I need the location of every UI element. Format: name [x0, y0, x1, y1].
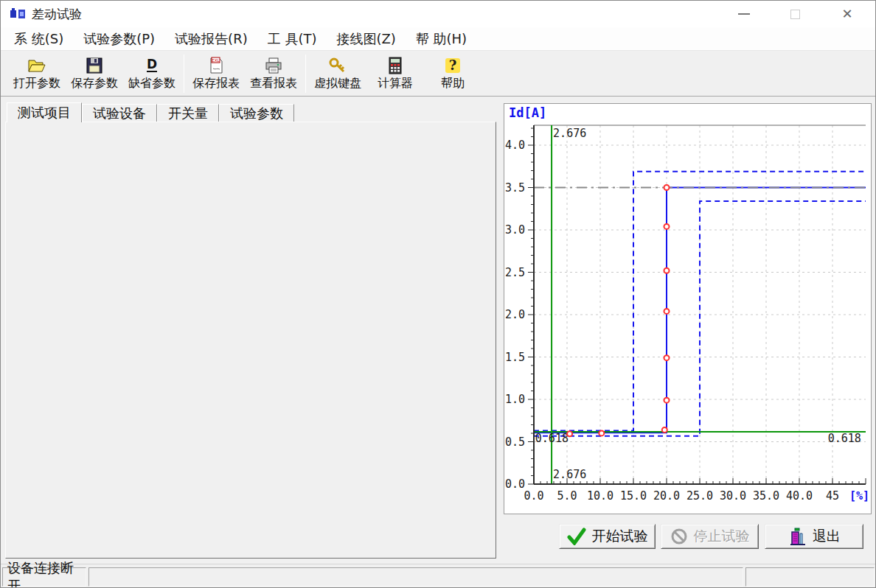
toolbar-button-label: 打开参数 — [13, 76, 60, 91]
differential-characteristic-chart: 0.05.010.015.020.025.030.035.040.0450.00… — [504, 104, 871, 514]
printer-icon — [264, 56, 283, 75]
test-point-marker — [599, 430, 604, 435]
chart-text: 35.0 — [753, 489, 779, 503]
chart-text: [%] — [849, 489, 869, 503]
check-icon — [567, 528, 586, 545]
toolbar-button-3[interactable]: D缺省参数 — [123, 52, 181, 95]
toolbar-button-label: 缺省参数 — [128, 76, 175, 91]
close-button[interactable]: ✕ — [830, 1, 864, 27]
menu-item-3[interactable]: 试验报告(R) — [175, 30, 248, 48]
test-point-marker — [567, 431, 572, 436]
action-button-label: 停止试验 — [694, 527, 750, 546]
toolbar: 打开参数保存参数D缺省参数EXL保存报表查看报表虚拟键盘计算器?帮助 — [1, 51, 875, 97]
chart-text: 0.5 — [505, 435, 525, 449]
connection-status: 设备连接断开 — [2, 567, 86, 587]
window-title: 差动试验 — [32, 6, 82, 23]
toolbar-button-label: 保存参数 — [71, 76, 118, 91]
menu-item-5[interactable]: 接线图(Z) — [336, 30, 395, 48]
minimize-button[interactable] — [727, 1, 761, 27]
toolbar-button-label: 保存报表 — [192, 76, 240, 91]
test-point-marker — [664, 224, 670, 229]
app-icon — [10, 6, 26, 22]
toolbar-button-2[interactable]: 保存参数 — [66, 52, 123, 95]
chart-text: 40.0 — [786, 489, 813, 503]
chart-text: 2.0 — [505, 308, 525, 321]
toolbar-button-8[interactable]: ?帮助 — [424, 52, 482, 95]
chart-text: 30.0 — [720, 489, 746, 503]
svg-text:D: D — [147, 57, 157, 71]
title-bar: 差动试验 ✕ — [1, 1, 875, 27]
svg-text:?: ? — [449, 57, 457, 73]
action-button-label: 开始试验 — [592, 527, 648, 546]
stop-icon — [670, 528, 688, 545]
window: 差动试验 ✕ 系 统(S)试验参数(P)试验报告(R)工 具(T)接线图(Z)帮… — [0, 0, 876, 588]
chart-text: 3.0 — [505, 223, 525, 237]
action-button-3[interactable]: 退出 — [765, 524, 863, 549]
tab-page — [5, 122, 496, 559]
default-d-icon: D — [142, 56, 161, 75]
maximize-icon — [790, 10, 800, 19]
chart-text: 1.5 — [505, 351, 525, 364]
test-point-marker — [662, 427, 667, 433]
action-button-2: 停止试验 — [661, 524, 759, 549]
save-floppy-icon — [85, 56, 104, 75]
toolbar-button-label: 帮助 — [441, 76, 465, 91]
chart-text: 0.0 — [505, 477, 525, 491]
menu-item-2[interactable]: 试验参数(P) — [83, 30, 155, 48]
toolbar-separator — [184, 55, 184, 93]
status-panel — [88, 567, 743, 587]
toolbar-button-label: 查看报表 — [250, 76, 297, 91]
chart-text: 0.618 — [828, 432, 861, 445]
maximize-button[interactable] — [778, 1, 812, 27]
save-report-icon: EXL — [206, 56, 226, 75]
key-icon — [328, 56, 347, 75]
chart-text: 2.5 — [505, 266, 525, 279]
question-icon: ? — [443, 56, 462, 75]
test-point-marker — [664, 268, 670, 273]
chart-text: 15.0 — [620, 489, 647, 503]
chart-text: 0.618 — [535, 432, 569, 445]
chart-text: 2.676 — [553, 127, 586, 140]
test-point-marker — [664, 398, 670, 403]
test-point-marker — [664, 309, 670, 314]
action-button-label: 退出 — [813, 527, 841, 546]
chart-text: Id[A] — [509, 105, 546, 120]
chart-text: 25.0 — [686, 489, 713, 503]
open-folder-icon — [27, 56, 46, 75]
chart-text: 10.0 — [587, 489, 613, 503]
status-panel — [745, 567, 875, 587]
tab-3[interactable]: 开关量 — [157, 104, 219, 122]
chart-text: 2.676 — [553, 468, 586, 481]
test-point-marker — [664, 355, 670, 360]
status-bar: 设备连接断开 — [1, 564, 875, 588]
tab-4[interactable]: 试验参数 — [219, 104, 294, 122]
chart-text: 1.0 — [505, 393, 525, 406]
toolbar-button-6[interactable]: 虚拟键盘 — [309, 52, 366, 95]
minimize-icon — [738, 13, 750, 15]
toolbar-separator — [305, 55, 306, 93]
chart-text: 45 — [826, 489, 839, 503]
tab-1[interactable]: 测试项目 — [7, 102, 82, 122]
menu-item-1[interactable]: 系 统(S) — [14, 30, 63, 48]
menu-item-6[interactable]: 帮 助(H) — [416, 30, 467, 48]
action-button-1[interactable]: 开始试验 — [559, 524, 656, 549]
chart-text: 3.5 — [505, 181, 525, 195]
menu-bar: 系 统(S)试验参数(P)试验报告(R)工 具(T)接线图(Z)帮 助(H) — [1, 27, 875, 51]
calculator-icon — [386, 56, 405, 75]
chart-text: 0.0 — [524, 489, 543, 503]
menu-item-4[interactable]: 工 具(T) — [268, 30, 317, 48]
svg-text:EXL: EXL — [212, 58, 220, 63]
test-point-marker — [664, 185, 670, 190]
toolbar-button-7[interactable]: 计算器 — [366, 52, 424, 95]
toolbar-button-4[interactable]: EXL保存报表 — [187, 52, 245, 95]
chart-text: 4.0 — [505, 139, 525, 152]
chart-panel: 0.05.010.015.020.025.030.035.040.0450.00… — [504, 103, 872, 514]
close-icon: ✕ — [841, 7, 852, 21]
tab-strip: 测试项目试验设备开关量试验参数 — [7, 102, 294, 122]
tab-2[interactable]: 试验设备 — [82, 104, 157, 122]
toolbar-button-1[interactable]: 打开参数 — [8, 52, 66, 95]
chart-text: 5.0 — [557, 489, 577, 503]
toolbar-button-label: 虚拟键盘 — [314, 76, 361, 91]
toolbar-button-5[interactable]: 查看报表 — [245, 52, 302, 95]
toolbar-button-label: 计算器 — [378, 76, 413, 91]
